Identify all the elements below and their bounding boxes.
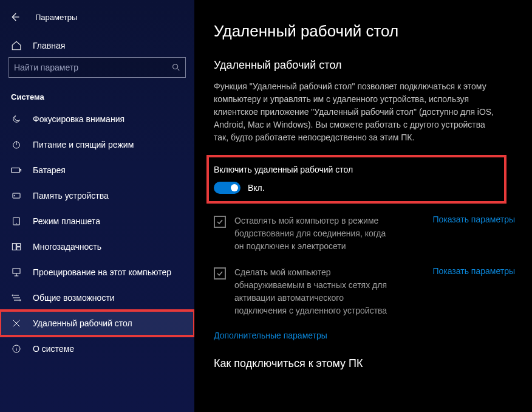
back-arrow-icon (9, 12, 20, 22)
check-icon (216, 270, 223, 277)
nav-label: Батарея (33, 165, 66, 175)
option-keep-awake: Оставлять мой компьютер в режиме бодрств… (214, 215, 515, 253)
svg-point-5 (14, 195, 15, 196)
battery-icon (11, 165, 22, 176)
about-icon (11, 343, 22, 354)
section-heading-connect: Как подключиться к этому ПК (214, 357, 515, 370)
nav-item-multitasking[interactable]: Многозадачность (0, 234, 194, 259)
nav-item-projecting[interactable]: Проецирование на этот компьютер (0, 259, 194, 285)
checkbox-keep-awake[interactable] (214, 216, 226, 228)
option-discoverable-text: Сделать мой компьютер обнаруживаемым в ч… (234, 266, 392, 317)
toggle-knob (231, 184, 238, 191)
sidebar: Параметры Главная Система Фокусировка вн… (0, 0, 194, 412)
nav-item-shared-experiences[interactable]: Общие возможности (0, 285, 194, 311)
enable-remote-toggle[interactable] (214, 182, 240, 194)
moon-icon (11, 114, 22, 125)
title-bar: Параметры (0, 5, 194, 34)
search-container (0, 57, 194, 84)
home-label: Главная (33, 41, 65, 50)
search-input[interactable] (14, 63, 160, 72)
enable-remote-toggle-row: Вкл. (214, 182, 499, 194)
nav-label: Проецирование на этот компьютер (33, 267, 171, 277)
link-show-params-2[interactable]: Показать параметры (432, 266, 515, 276)
section-label-system: Система (0, 84, 194, 106)
section-heading-remote: Удаленный рабочий стол (214, 59, 515, 72)
nav-item-tablet-mode[interactable]: Режим планшета (0, 208, 194, 234)
nav-item-about[interactable]: О системе (0, 336, 194, 362)
svg-point-12 (12, 295, 13, 296)
svg-rect-2 (12, 168, 20, 173)
svg-point-0 (173, 64, 178, 69)
page-heading: Удаленный рабочий стол (214, 22, 515, 41)
svg-rect-11 (13, 269, 20, 273)
nav-item-power-sleep[interactable]: Питание и спящий режим (0, 132, 194, 157)
nav-label: Фокусировка внимания (33, 114, 124, 124)
nav-label: Многозадачность (33, 242, 101, 252)
checkbox-discoverable[interactable] (214, 267, 226, 280)
svg-point-7 (16, 224, 17, 224)
svg-rect-9 (17, 244, 21, 247)
nav-label: Удаленный рабочий стол (33, 318, 132, 328)
svg-point-13 (19, 300, 21, 301)
link-show-params-1[interactable]: Показать параметры (432, 215, 515, 224)
nav-label: Питание и спящий режим (33, 140, 134, 149)
nav-label: Режим планшета (33, 216, 100, 226)
window-title: Параметры (35, 13, 77, 22)
nav-item-remote-desktop[interactable]: Удаленный рабочий стол (0, 311, 194, 336)
back-button[interactable] (5, 7, 24, 27)
power-icon (11, 139, 22, 150)
home-button[interactable]: Главная (0, 34, 194, 57)
home-icon (11, 40, 22, 51)
main-content: Удаленный рабочий стол Удаленный рабочий… (194, 0, 532, 412)
nav-item-storage[interactable]: Память устройства (0, 183, 194, 208)
nav-label: Память устройства (33, 191, 109, 201)
option-discoverable: Сделать мой компьютер обнаруживаемым в ч… (214, 266, 515, 317)
search-icon (171, 62, 182, 73)
svg-rect-8 (12, 244, 16, 250)
multitask-icon (11, 241, 22, 252)
search-box[interactable] (9, 57, 186, 78)
nav-item-focus-assist[interactable]: Фокусировка внимания (0, 106, 194, 132)
check-icon (216, 218, 223, 225)
svg-rect-10 (17, 247, 21, 250)
tablet-icon (11, 216, 22, 227)
shared-icon (11, 292, 22, 303)
nav-item-battery[interactable]: Батарея (0, 157, 194, 183)
remote-description: Функция "Удаленный рабочий стол" позволя… (214, 80, 499, 144)
enable-remote-block: Включить удаленный рабочий стол Вкл. (208, 156, 505, 202)
project-icon (11, 267, 22, 278)
remote-icon (11, 318, 22, 329)
link-advanced-params[interactable]: Дополнительные параметры (214, 331, 515, 340)
nav-label: Общие возможности (33, 293, 115, 303)
toggle-state-label: Вкл. (248, 183, 265, 193)
option-keep-awake-text: Оставлять мой компьютер в режиме бодрств… (234, 215, 392, 253)
enable-remote-label: Включить удаленный рабочий стол (214, 165, 499, 174)
svg-rect-3 (20, 170, 21, 171)
storage-icon (11, 190, 22, 201)
nav-label: О системе (33, 344, 74, 354)
